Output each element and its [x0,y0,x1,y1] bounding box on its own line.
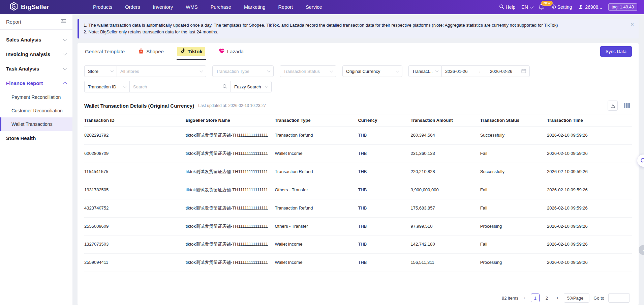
cell-status: Successfully [480,163,547,181]
match-mode-select[interactable]: Fuzzy Search [231,81,272,92]
table-title-row: Wallet Transaction Details (Original Cur… [78,98,639,114]
table-row[interactable]: 1154541575tiktok测试发货留证店铺-TH1111111111111… [84,163,632,181]
search-field-select[interactable]: Transaction ID [84,81,129,92]
language-selector[interactable]: EN [521,4,532,10]
nav-item-report[interactable]: Report [278,4,293,10]
nav-item-products[interactable]: Products [93,4,112,10]
search-group: Transaction ID Fuzzy Search [84,81,272,92]
cell-id-value: 4323740752 [84,205,109,211]
chevron-down-icon [530,5,533,8]
cell-amount: 260,394,564 [410,127,480,144]
cell-status: Fail [480,199,547,217]
setting-button[interactable]: Setting [550,4,572,10]
column-header: Currency [358,114,410,127]
time-filter-group: Transact... 2026-01-26 → 2026-02-26 [408,65,530,77]
brand[interactable]: BigSeller [9,2,77,12]
sidebar-item-task-analysis[interactable]: Task Analysis [0,61,72,76]
cell-time-value: 2026-02-10 09:59:26 [547,242,588,247]
sidebar-item-store-health[interactable]: Store Health [0,131,72,145]
nav-item-inventory[interactable]: Inventory [153,4,173,10]
sidebar-item-finance-report[interactable]: Finance Report [0,76,72,90]
tab-label: Lazada [227,49,244,54]
notifications-button[interactable]: New [539,4,544,11]
sync-data-button[interactable]: Sync Data [600,46,632,57]
prev-page-button[interactable]: ‹ [522,295,527,301]
cell-time-value: 2026-02-10 09:59:26 [547,169,588,174]
cell-type: Wallet Income [275,145,358,163]
cell-time: 2026-02-10 09:59:26 [547,163,632,181]
tabs-row: General Template S Shopee Tiktok [78,43,639,60]
sidebar-menu: Sales AnalysisInvoicing AnalysisTask Ana… [0,30,72,145]
page-number-2[interactable]: 2 [542,294,551,302]
chevron-down-icon [63,66,67,70]
time-field-select[interactable]: Transact... [408,65,441,77]
column-header: BigSeller Store Name [186,114,275,127]
cell-currency-value: THB [358,133,367,138]
search-input[interactable] [133,84,220,89]
table-row[interactable]: 8202291792tiktok测试发货留证店铺-TH1111111111111… [84,127,632,144]
cell-type: Others - Transfer [275,181,358,199]
cell-type: Transaction Refund [275,127,358,144]
currency-mode-value: Original Currency [346,69,380,74]
cell-amount-value: 220,210,828 [410,169,435,174]
search-icon[interactable] [222,84,227,90]
cell-currency: THB [358,217,410,235]
cell-currency-value: THB [358,260,367,265]
chevron-down-icon [396,69,399,73]
table-row[interactable]: 4323740752tiktok测试发货留证店铺-TH1111111111111… [84,199,632,217]
sidebar-item-invoicing-analysis[interactable]: Invoicing Analysis [0,47,72,61]
nav-item-marketing[interactable]: Marketing [244,4,266,10]
collapse-sidebar-icon[interactable] [61,19,66,25]
tab-tiktok[interactable]: Tiktok [177,43,206,60]
chevron-up-icon [63,82,67,86]
cell-amount: 142,742,180 [410,235,480,254]
export-button[interactable] [608,101,618,111]
chevron-down-icon [111,69,114,73]
close-icon[interactable]: × [631,22,634,27]
nav-item-wms[interactable]: WMS [186,4,197,10]
store-field-select[interactable]: Store [84,65,117,77]
transaction-status-select[interactable]: Transaction Status [280,65,336,77]
table-title: Wallet Transaction Details (Original Cur… [84,103,194,109]
table-row[interactable]: 2555009609tiktok测试发货留证店铺-TH1111111111111… [84,217,632,235]
cell-type: Others - Transfer [275,217,358,235]
banner-line-1: 1. The wallet transaction data is automa… [84,22,625,29]
cell-store-value: tiktok测试发货留证店铺-TH11111111111111 [186,242,268,247]
nav-item-orders[interactable]: Orders [125,4,140,10]
nav-item-purchase[interactable]: Purchase [211,4,231,10]
date-range-picker[interactable]: 2026-01-26 → 2026-02-26 [441,65,530,77]
tab-shopee[interactable]: S Shopee [137,43,164,60]
cell-currency-value: THB [358,187,367,192]
table-row[interactable]: 1327073503tiktok测试发货留证店铺-TH1111111111111… [84,235,632,254]
sidebar-subitem-customer-reconciliation[interactable]: Customer Reconciliation [0,104,72,117]
transaction-type-select[interactable]: Transaction Type [212,65,274,77]
cell-time-value: 2026-02-10 09:59:26 [547,187,588,192]
chevron-down-icon [123,85,127,88]
goto-page-input[interactable] [608,293,630,303]
sidebar-subitem-wallet-transactions[interactable]: Wallet Transactions [0,117,72,131]
tab-lazada[interactable]: Laz Lazada [218,43,244,60]
page-number-1[interactable]: 1 [531,294,540,302]
table-row[interactable]: 6002808709tiktok测试发货留证店铺-TH1111111111111… [84,145,632,163]
user-account[interactable]: 26908... [578,4,602,10]
cell-store-value: tiktok测试发货留证店铺-TH11111111111111 [186,151,268,156]
help-button[interactable]: Help [499,4,516,10]
column-header: Transaction Time [547,114,632,127]
next-page-button[interactable]: › [555,295,559,301]
table-row[interactable]: 1931782505tiktok测试发货留证店铺-TH1111111111111… [84,181,632,199]
currency-mode-select[interactable]: Original Currency [342,65,402,77]
cell-currency: THB [358,145,410,163]
cell-status-value: Successfully [480,169,504,174]
cell-store: tiktok测试发货留证店铺-TH11111111111111 [186,181,275,199]
sidebar-subitem-payment-reconciliation[interactable]: Payment Reconciliation [0,90,72,104]
column-settings-button[interactable] [622,101,632,111]
page-size-select[interactable]: 50/Page [564,293,589,303]
tab-general-template[interactable]: General Template [84,43,125,60]
store-value-select[interactable]: All Stores [117,65,206,77]
chevron-down-icon [435,69,439,73]
table-row[interactable]: 2559094411tiktok测试发货留证店铺-TH1111111111111… [84,254,632,272]
sidebar-item-sales-analysis[interactable]: Sales Analysis [0,32,72,47]
cell-time: 2026-02-10 09:59:26 [547,235,632,254]
nav-item-service[interactable]: Service [306,4,322,10]
cell-status-value: Fail [480,187,487,192]
